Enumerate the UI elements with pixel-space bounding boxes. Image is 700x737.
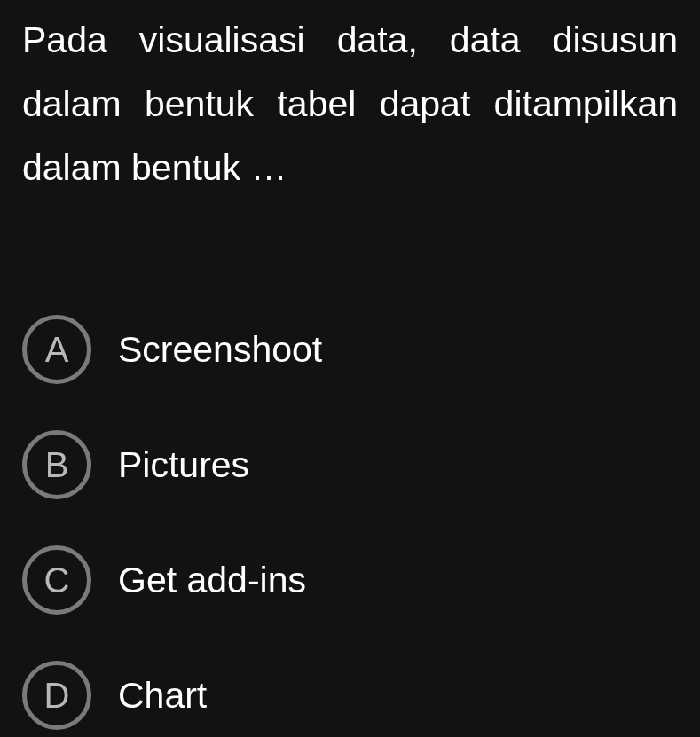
- option-c[interactable]: C Get add-ins: [22, 545, 678, 615]
- options-container: A Screenshoot B Pictures C Get add-ins D…: [22, 315, 678, 730]
- option-letter-a: A: [22, 315, 91, 384]
- option-text-d: Chart: [118, 675, 207, 717]
- option-letter-b: B: [22, 430, 91, 499]
- option-a[interactable]: A Screenshoot: [22, 315, 678, 384]
- option-text-c: Get add-ins: [118, 560, 306, 601]
- option-text-a: Screenshoot: [118, 329, 322, 371]
- option-b[interactable]: B Pictures: [22, 430, 678, 499]
- option-letter-c: C: [22, 545, 91, 615]
- option-letter-d: D: [22, 661, 91, 730]
- question-text: Pada visualisasi data, data disusun dala…: [22, 9, 678, 200]
- option-text-b: Pictures: [118, 444, 249, 486]
- option-d[interactable]: D Chart: [22, 661, 678, 730]
